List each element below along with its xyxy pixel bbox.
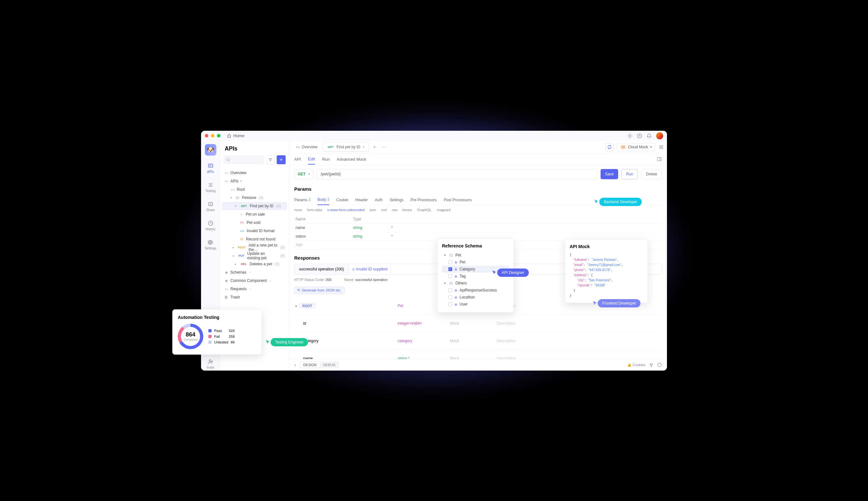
bodytype[interactable]: binary xyxy=(402,208,412,212)
schema-item[interactable]: ◈User xyxy=(442,301,509,308)
required-icon: * xyxy=(390,232,399,241)
tree-trash[interactable]: 🗑Trash xyxy=(222,293,287,301)
panel-icon[interactable] xyxy=(657,157,662,162)
rail-invite[interactable]: Invite xyxy=(206,357,216,371)
mock-json: { "fullname": "Jeremy Parisian", "email"… xyxy=(569,252,643,298)
help-icon[interactable] xyxy=(657,363,662,367)
ptab-cookie[interactable]: Cookie xyxy=(336,195,348,205)
schema-item[interactable]: ◈ApiResponseSuccess xyxy=(442,287,509,294)
bodytype[interactable]: raw xyxy=(392,208,398,212)
bell-icon[interactable] xyxy=(647,133,652,138)
cube-icon: ◈ xyxy=(454,288,457,292)
subtab-mock[interactable]: Advanced Mock xyxy=(337,154,366,164)
tree-apis[interactable]: ▭APIs ▾ xyxy=(222,177,287,185)
param-type[interactable]: string xyxy=(352,224,390,232)
card-title: API Mock xyxy=(569,244,643,249)
tab-findpet[interactable]: GETFind pet by ID× xyxy=(323,142,369,152)
tree-item-findpet[interactable]: ▾GETFind pet by ID(4) xyxy=(222,202,287,210)
delete-button[interactable]: Delete xyxy=(641,169,662,179)
tree-schemas[interactable]: ◈Schemas› xyxy=(222,268,287,277)
resp-tab-add[interactable]: ◇Invalid ID supplied xyxy=(349,264,391,274)
tree-item-updatepet[interactable]: ▸PUTUpdate an existing pet(9) xyxy=(222,252,287,260)
breadcrumb-home[interactable]: Home xyxy=(227,133,244,138)
cursor-icon xyxy=(265,339,271,345)
search-input[interactable] xyxy=(223,155,264,164)
window-max[interactable] xyxy=(217,134,220,137)
trash-icon[interactable] xyxy=(649,363,653,367)
env-selector[interactable]: ClCloud Mock▾ xyxy=(617,143,656,151)
collapse-icon[interactable]: « xyxy=(294,363,296,367)
tree-common[interactable]: ◈Common Component› xyxy=(222,277,287,285)
tree-item[interactable]: ClRecord not found xyxy=(222,235,287,243)
tree-overview[interactable]: ▭Overview xyxy=(222,169,287,177)
param-add[interactable]: Add xyxy=(294,241,352,249)
footer-tabs[interactable]: DESIGNDEBUG xyxy=(299,361,339,368)
card-title: Automation Testing xyxy=(178,315,256,320)
schema-item[interactable]: ◈Localtion xyxy=(442,294,509,301)
bodytype[interactable]: msgpack xyxy=(437,208,451,212)
ptab-settings[interactable]: Settings xyxy=(390,195,404,205)
rail-apis[interactable]: APIs xyxy=(206,161,215,175)
bodytype[interactable]: form-data xyxy=(307,208,322,212)
generate-button[interactable]: ⇱Generate from JSON etc. xyxy=(294,287,345,294)
run-button[interactable]: Run xyxy=(621,169,638,179)
bodytype[interactable]: x-www-form-urlencoded xyxy=(327,208,365,212)
rail-testing[interactable]: Testing xyxy=(204,181,217,194)
tree-item-deletepet[interactable]: ▸DELDeletes a pet(3) xyxy=(222,260,287,268)
help-icon[interactable] xyxy=(637,133,642,138)
avatar[interactable] xyxy=(656,132,663,139)
tree-item-addpet[interactable]: ▸POSTAdd a new pet to the…(5) xyxy=(222,243,287,252)
ptab-header[interactable]: Header xyxy=(355,195,368,205)
sync-icon[interactable] xyxy=(605,143,614,151)
tab-add[interactable]: + xyxy=(370,143,378,151)
subtab-api[interactable]: API xyxy=(294,154,301,164)
subtab-edit[interactable]: Edit xyxy=(308,154,315,164)
close-icon[interactable]: × xyxy=(362,145,365,150)
method-select[interactable]: GET▾ xyxy=(294,169,313,179)
tree-root[interactable]: ▭Root xyxy=(222,185,287,194)
add-button[interactable]: + xyxy=(277,155,286,164)
rail-settings[interactable]: Settings xyxy=(203,238,217,251)
tree-item[interactable]: LoInvalid ID format xyxy=(222,227,287,235)
window-close[interactable] xyxy=(205,134,208,137)
schema-root[interactable]: ROOT xyxy=(299,303,315,308)
tab-overview[interactable]: ▭Overview xyxy=(292,142,321,152)
filter-button[interactable] xyxy=(266,155,275,164)
resp-tab[interactable]: successful operation (200) xyxy=(294,264,349,274)
workspace-logo[interactable]: 🐶 xyxy=(205,144,216,156)
param-name[interactable]: name xyxy=(294,224,352,232)
window-min[interactable] xyxy=(211,134,215,137)
ptab-params[interactable]: Params2 xyxy=(294,195,311,205)
gear-icon[interactable] xyxy=(627,133,632,138)
chevron-down-icon: ▾ xyxy=(235,204,238,207)
tree-item[interactable]: PePet sold xyxy=(222,218,287,227)
param-type[interactable]: string xyxy=(352,232,390,241)
ptab-postproc[interactable]: Post Processors xyxy=(444,195,472,205)
bodytype[interactable]: xml xyxy=(381,208,387,212)
settings-icon xyxy=(207,239,213,246)
ptab-preproc[interactable]: Pre Processors xyxy=(411,195,437,205)
rail-history[interactable]: History xyxy=(204,219,217,232)
tree-petstore[interactable]: ▾🗀Petstore(4) xyxy=(222,194,287,202)
schema-group[interactable]: ▾🗀Pet xyxy=(442,252,509,259)
schema-item[interactable]: ◈Pet xyxy=(442,259,509,266)
tree-item[interactable]: ○Pet on sale xyxy=(222,210,287,218)
bodytype[interactable]: json xyxy=(369,208,376,212)
save-button[interactable]: Save xyxy=(600,169,618,179)
subtab-run[interactable]: Run xyxy=(322,154,330,164)
history-icon xyxy=(207,220,214,226)
tab-more[interactable]: ⋯ xyxy=(380,143,388,151)
param-name[interactable]: status xyxy=(294,232,352,241)
svg-point-1 xyxy=(637,134,641,138)
ptab-body[interactable]: Body2 xyxy=(317,195,329,205)
schema-group[interactable]: ▾🗀Others xyxy=(442,280,509,287)
cookies-button[interactable]: 👍 Cookies xyxy=(627,363,645,367)
ptab-auth[interactable]: Auth xyxy=(375,195,383,205)
bodytype[interactable]: none xyxy=(294,208,302,212)
menu-icon[interactable] xyxy=(659,145,664,150)
rail-share[interactable]: Share xyxy=(205,200,216,213)
bodytype[interactable]: GraphQL xyxy=(417,208,431,212)
url-input[interactable]: /pet/{petId} xyxy=(316,169,597,179)
tree-requests[interactable]: ▭Requests› xyxy=(222,285,287,293)
callout-designer: API Designer xyxy=(491,268,529,277)
